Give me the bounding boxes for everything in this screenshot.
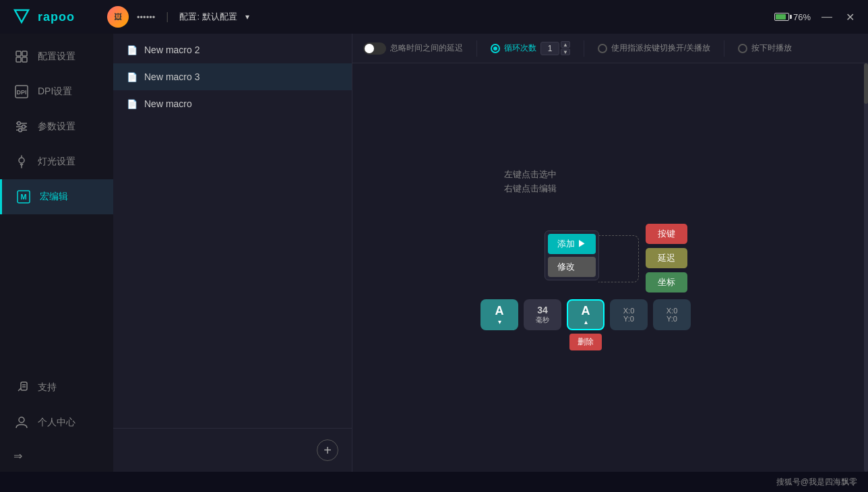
divider: |: [166, 11, 168, 23]
sidebar-label-params: 参数设置: [38, 121, 75, 133]
sidebar-item-support[interactable]: 支持: [0, 370, 113, 405]
sidebar-item-personal[interactable]: 个人中心: [0, 405, 113, 440]
node-delay-unit: 毫秒: [536, 315, 549, 325]
loop-up-button[interactable]: ▲: [561, 41, 570, 48]
toggle-knob: [365, 44, 374, 53]
sidebar-label-support: 支持: [38, 381, 57, 394]
macro-item-label-2: New macro 2: [144, 44, 199, 55]
collapse-btn[interactable]: ⇒: [0, 440, 113, 472]
svg-rect-3: [16, 57, 21, 62]
hold-play-item[interactable]: 按下时播放: [738, 42, 792, 54]
svg-point-13: [19, 158, 24, 163]
instruction-text: 左键点击选中 右键点击编辑: [504, 168, 557, 196]
loop-count-field[interactable]: [540, 42, 559, 55]
macro-item-2[interactable]: 📄 New macro 2: [113, 36, 352, 63]
node-key-1[interactable]: A ▾: [480, 299, 518, 330]
titlebar-center: 🖼 •••••• | 配置: 默认配置 ▾: [107, 6, 249, 28]
support-icon: [13, 379, 30, 396]
finger-toggle-item[interactable]: 使用指派按键切换开/关播放: [598, 42, 710, 54]
node-coord-2-y: Y:0: [666, 315, 677, 323]
node-key-1-sub: ▾: [498, 318, 501, 326]
config-dropdown[interactable]: ▾: [245, 12, 249, 22]
svg-text:M: M: [20, 193, 26, 201]
key-type-btn-coord[interactable]: 坐标: [646, 272, 687, 293]
macro-list-panel: 📄 New macro 2 📄 New macro 3 📄 New macro …: [113, 34, 352, 472]
ignore-delay-toggle[interactable]: 忽略时间之间的延迟: [363, 42, 463, 55]
profile-icon: [13, 49, 30, 65]
toolbar-divider-2: [584, 40, 584, 57]
sidebar-item-lighting[interactable]: 灯光设置: [0, 144, 113, 179]
macro-item-3[interactable]: 📄 New macro 3: [113, 63, 352, 90]
toolbar-divider-3: [724, 40, 724, 57]
svg-point-11: [22, 125, 26, 129]
macro-item-label-1: New macro: [144, 98, 192, 109]
svg-marker-0: [15, 10, 28, 22]
battery-icon: [774, 13, 789, 21]
sidebar-item-params[interactable]: 参数设置: [0, 109, 113, 144]
delay-type-label: 延迟: [658, 253, 675, 263]
macro-item-label-3: New macro 3: [144, 71, 199, 82]
macro-icon: M: [16, 189, 32, 205]
edit-label: 修改: [557, 262, 575, 272]
sidebar-label-lighting: 灯光设置: [38, 156, 75, 168]
document-icon: 📄: [127, 45, 137, 55]
node-coord-2-x: X:0: [666, 307, 678, 315]
macro-list: 📄 New macro 2 📄 New macro 3 📄 New macro: [113, 34, 352, 428]
loop-radio[interactable]: [491, 44, 500, 53]
node-coord-2[interactable]: X:0 Y:0: [653, 299, 691, 330]
loop-count-item: 循环次数 ▲ ▼: [491, 41, 570, 55]
sidebar-item-profile[interactable]: 配置设置: [0, 39, 113, 74]
titlebar: rapoo 🖼 •••••• | 配置: 默认配置 ▾ 76% — ✕: [0, 0, 868, 34]
hold-play-label: 按下时播放: [751, 42, 792, 54]
svg-point-21: [19, 417, 24, 423]
sidebar-item-macro[interactable]: M 宏编辑: [0, 179, 113, 214]
node-delay[interactable]: 34 毫秒: [524, 299, 561, 330]
hold-play-radio[interactable]: [738, 44, 747, 53]
minimize-button[interactable]: —: [819, 8, 835, 26]
key-type-label: 按键: [658, 228, 675, 239]
macro-item-1[interactable]: 📄 New macro: [113, 90, 352, 117]
watermark-text: 搜狐号@我是四海飘零: [776, 476, 857, 488]
node-key-2-char: A: [582, 304, 590, 318]
context-menu-edit[interactable]: 修改: [548, 257, 596, 277]
delete-button[interactable]: 删除: [569, 334, 602, 350]
close-button[interactable]: ✕: [843, 8, 857, 26]
loop-arrows: ▲ ▼: [561, 41, 570, 55]
scrollbar-track[interactable]: [864, 63, 868, 472]
watermark: 搜狐号@我是四海飘零: [0, 472, 868, 492]
node-key-2[interactable]: A ▴ 删除: [567, 299, 604, 330]
context-menu-add[interactable]: 添加 ▶: [548, 234, 596, 254]
node-delay-value: 34: [537, 305, 548, 315]
key-type-btn-delay[interactable]: 延迟: [646, 248, 687, 268]
node-coord-1-x: X:0: [623, 307, 635, 315]
finger-radio[interactable]: [598, 44, 607, 53]
avatar: 🖼: [107, 6, 129, 28]
user-name: ••••••: [137, 12, 155, 22]
main-layout: 配置设置 DPI DPI设置 参数: [0, 34, 868, 472]
nodes-row: A ▾ 34 毫秒 A ▴ 删除: [480, 299, 691, 330]
titlebar-right: 76% — ✕: [774, 8, 857, 26]
macro-list-footer: +: [113, 428, 352, 472]
scrollbar-thumb[interactable]: [864, 63, 868, 104]
node-coord-1-y: Y:0: [623, 315, 634, 323]
personal-icon: [13, 414, 30, 431]
key-type-btn-key[interactable]: 按键: [646, 224, 687, 244]
logo-icon: [11, 6, 32, 28]
add-macro-button[interactable]: +: [317, 439, 338, 461]
connector-line: [598, 235, 639, 282]
sidebar-label-dpi: DPI设置: [38, 86, 72, 98]
node-coord-1[interactable]: X:0 Y:0: [610, 299, 648, 330]
sidebar-item-dpi[interactable]: DPI DPI设置: [0, 74, 113, 109]
editor-panel: 忽略时间之间的延迟 循环次数 ▲ ▼: [352, 34, 868, 472]
ignore-delay-switch[interactable]: [363, 42, 386, 55]
ignore-delay-label: 忽略时间之间的延迟: [390, 42, 463, 54]
context-menu: 添加 ▶ 修改: [545, 230, 599, 280]
node-key-1-char: A: [495, 304, 504, 318]
document-icon-2: 📄: [127, 72, 137, 82]
finger-toggle-label: 使用指派按键切换开/关播放: [611, 42, 710, 54]
svg-rect-2: [22, 51, 27, 56]
content-area: 📄 New macro 2 📄 New macro 3 📄 New macro …: [113, 34, 868, 472]
titlebar-left: rapoo 🖼 •••••• | 配置: 默认配置 ▾: [11, 6, 249, 28]
loop-label: 循环次数: [504, 42, 536, 54]
loop-down-button[interactable]: ▼: [561, 49, 570, 55]
